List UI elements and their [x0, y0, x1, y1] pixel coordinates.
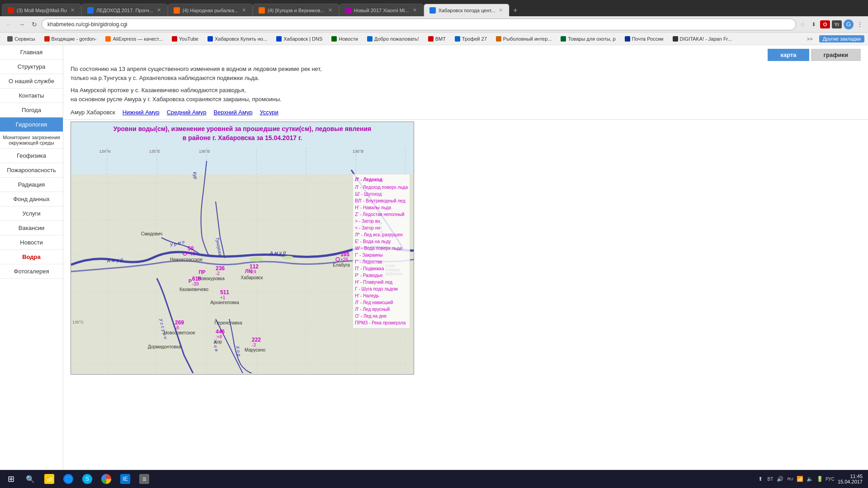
profile-icon[interactable]: G [844, 19, 854, 29]
sidebar-item-hydrology[interactable]: Гидрология [0, 117, 63, 132]
bookmark-trophy[interactable]: Трофей 27 [451, 35, 491, 42]
tab-favicon-3 [174, 7, 180, 14]
other-bookmarks-button[interactable]: Другие закладки [819, 35, 864, 42]
tab-label-2: ЛЕДОХОД 2017. Прогн... [96, 8, 153, 13]
bookmark-star-icon[interactable]: ☆ [800, 21, 806, 28]
svg-text:Нижнеспасское: Нижнеспасское [170, 257, 203, 262]
sys-volume[interactable]: 🔈 [806, 475, 814, 483]
river-link-amur-khabarovsk[interactable]: Амур Хабаровск [71, 109, 115, 116]
taskbar-search[interactable]: 🔍 [22, 471, 39, 487]
legend-item-1: Л' - Ледоход поверх льда [355, 184, 408, 191]
bookmark-news[interactable]: Новости [328, 35, 362, 42]
tab-close-3[interactable]: ✕ [241, 7, 247, 13]
svg-text:Новосоветское: Новосоветское [164, 330, 195, 335]
sidebar-item-about[interactable]: О нашей службе [0, 74, 63, 89]
tab-close-1[interactable]: ✕ [70, 7, 75, 13]
taskbar-explorer[interactable]: 📁 [41, 471, 58, 487]
bookmark-goods[interactable]: Товары для охоты, р [557, 35, 619, 42]
start-button[interactable]: ⊞ [2, 471, 20, 487]
svg-text:222: 222 [252, 337, 261, 343]
sys-bluetooth[interactable]: BT [766, 475, 774, 483]
bookmark-welcome-label: Добро пожаловать! [374, 36, 419, 42]
svg-text:136°B: 136°B [199, 149, 210, 154]
charts-button[interactable]: графики [811, 49, 861, 61]
sidebar-item-vacancies[interactable]: Вакансии [0, 221, 63, 235]
bookmark-khabarovsk[interactable]: Хабаровск Купить но... [204, 35, 271, 42]
tab-close-2[interactable]: ✕ [156, 7, 162, 13]
bookmark-ali[interactable]: AliExpress — качест... [102, 35, 166, 42]
taskbar-app5[interactable]: IE [117, 471, 134, 487]
tab-favicon-2 [87, 7, 94, 14]
bookmark-dns[interactable]: Хабаровск | DNS [273, 35, 326, 42]
sys-icon-4[interactable]: RU [786, 475, 794, 483]
sys-network[interactable]: 📶 [796, 475, 804, 483]
legend-item-16: Г - Шуга подо льдом [355, 286, 408, 292]
taskbar-browser[interactable]: 🌐 [60, 471, 77, 487]
tab-1[interactable]: (3) Мой Мир@Mail.Ru ✕ [2, 4, 81, 16]
river-link-middle-amur[interactable]: Средний Амур [167, 109, 207, 116]
bookmark-youtube[interactable]: YouTube [168, 35, 202, 42]
legend-item-8: Л* - Лед иск. разрушен [355, 231, 408, 238]
download-icon[interactable]: ⬇ [809, 20, 818, 29]
taskbar-app6[interactable]: ☰ [136, 471, 153, 487]
taskbar-skype[interactable]: S [79, 471, 96, 487]
tab-close-6[interactable]: ✕ [498, 7, 504, 13]
more-bookmarks-button[interactable]: >> [804, 35, 816, 42]
sidebar-item-structure[interactable]: Структура [0, 60, 63, 74]
bookmark-pochta[interactable]: Почта России [621, 35, 667, 42]
svg-point-16 [283, 256, 293, 259]
sidebar-item-home[interactable]: Главная [0, 45, 63, 60]
map-button[interactable]: карта [768, 49, 809, 61]
welcome-favicon [367, 36, 373, 42]
bookmark-mail-label: Входящие - gordon- [52, 36, 97, 42]
sys-icon-1[interactable]: ⬆ [756, 475, 764, 483]
bookmarks-bar: Сервисы Входящие - gordon- AliExpress — … [0, 33, 868, 45]
bookmark-mail[interactable]: Входящие - gordon- [41, 35, 100, 42]
river-link-ussuri[interactable]: Уссури [260, 109, 278, 116]
back-button[interactable]: ← [4, 19, 14, 30]
taskbar-sys-area: ⬆ BT 🔊 RU 📶 🔈 🔋 РУС 11:45 15.04.2017 [753, 474, 866, 484]
bookmark-digitaka[interactable]: DIGITAKA! - Japan Fr... [669, 35, 736, 42]
sidebar-item-gallery[interactable]: Фотогалерея [0, 264, 63, 279]
sidebar-item-monitoring[interactable]: Мониторинг загрязнения окружающей среды [0, 132, 63, 149]
refresh-button[interactable]: ↻ [29, 19, 40, 30]
sys-icon-3[interactable]: 🔊 [776, 475, 784, 483]
river-link-lower-amur[interactable]: Нижний Амур [123, 109, 160, 116]
sidebar-item-services[interactable]: Услуги [0, 206, 63, 221]
sidebar-item-news[interactable]: Новости [0, 235, 63, 250]
forward-button[interactable]: → [16, 19, 27, 30]
tab-6[interactable]: Хабаровск погода цент... ✕ [424, 4, 510, 16]
bookmark-services[interactable]: Сервисы [4, 35, 39, 42]
sidebar-item-contacts[interactable]: Контакты [0, 89, 63, 103]
extensions-icon[interactable]: Yr [832, 20, 842, 28]
tab-5[interactable]: Новый 2017 Xiaomi Mi... ✕ [339, 4, 424, 16]
opera-icon[interactable]: O [820, 20, 830, 28]
sys-battery[interactable]: 🔋 [816, 475, 824, 483]
sidebar-item-weather[interactable]: Погода [0, 103, 63, 117]
tab-close-4[interactable]: ✕ [327, 7, 333, 13]
bookmark-fishing[interactable]: Рыболовный интер... [492, 35, 556, 42]
ali-favicon [105, 36, 111, 42]
tab-4[interactable]: (4) [Купцов и Верников... ✕ [253, 4, 339, 16]
taskbar-chrome[interactable] [98, 471, 115, 487]
skype-icon: S [82, 474, 92, 484]
more-menu-icon[interactable]: ⋮ [855, 20, 864, 29]
sidebar-item-geophysics[interactable]: Геофизика [0, 149, 63, 163]
new-tab-button[interactable]: + [509, 5, 521, 16]
sidebar-item-databank[interactable]: Фонд данных [0, 192, 63, 206]
tab-label-3: (4) Народная рыбалка... [183, 8, 238, 13]
tab-3[interactable]: (4) Народная рыбалка... ✕ [168, 4, 253, 16]
tab-close-5[interactable]: ✕ [412, 7, 418, 13]
sidebar-item-vodra[interactable]: Водра [0, 250, 63, 264]
bookmark-vmt[interactable]: ВМТ [425, 35, 449, 42]
services-favicon [7, 36, 13, 42]
bookmark-welcome[interactable]: Добро пожаловать! [363, 35, 423, 42]
date-display: 15.04.2017 [838, 479, 863, 484]
tab-2[interactable]: ЛЕДОХОД 2017. Прогн... ✕ [81, 4, 168, 16]
map-container: Уровни воды(см), изменение уровней за пр… [71, 122, 414, 375]
taskbar: ⊞ 🔍 📁 🌐 S IE ☰ ⬆ BT 🔊 RU 📶 🔈 🔋 РУС 11:45 [0, 470, 868, 488]
sidebar-item-fire[interactable]: Пожароопасность [0, 163, 63, 178]
sidebar-item-radiation[interactable]: Радиация [0, 178, 63, 192]
river-link-upper-amur[interactable]: Верхний Амур [213, 109, 252, 116]
address-bar[interactable]: khabmeteo.ru/cgi-bin/gidrolog.cgi [42, 19, 796, 30]
